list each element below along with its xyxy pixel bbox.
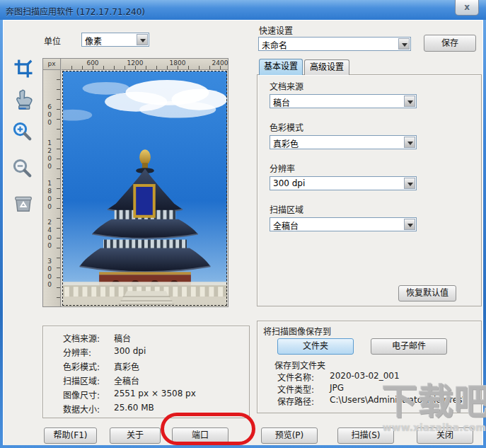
about-button[interactable]: 关于	[110, 427, 161, 444]
document-source-value: 稿台	[273, 96, 402, 108]
v-tick-1200: 1200	[46, 139, 53, 171]
color-mode-value: 真彩色	[273, 137, 402, 149]
save-to-email-button[interactable]: 电子邮件	[371, 338, 447, 355]
save-row: 保存路径:C:\Users\Administrator\Pictures\	[277, 395, 314, 407]
app-window: 奔图扫描应用软件 (172.17.71.240) x 单位 像素	[0, 0, 486, 448]
ruler-unit: px	[43, 59, 61, 70]
save-to-title: 将扫描图像保存到	[263, 325, 331, 337]
chevron-down-icon[interactable]	[404, 96, 415, 107]
preview-panel: px 600 1200 1800 2400 600 1200 1800 2400…	[42, 58, 228, 307]
save-to-folder-button[interactable]: 文件夹	[277, 338, 354, 355]
crop-icon[interactable]	[13, 58, 34, 79]
field-label-resolution: 分辨率	[270, 162, 295, 174]
document-source-dropdown[interactable]: 稿台	[270, 94, 417, 108]
h-tick-1200: 1200	[127, 59, 144, 67]
h-tick-600: 600	[86, 59, 98, 67]
chevron-down-icon[interactable]	[398, 38, 410, 50]
info-row: 数据大小:25.60 MB	[63, 403, 100, 415]
scan-preview-image[interactable]	[62, 70, 228, 306]
v-tick-1800: 1800	[46, 180, 53, 211]
zoom-out-icon[interactable]	[11, 157, 33, 178]
window-title: 奔图扫描应用软件 (172.17.71.240)	[6, 5, 145, 17]
scan-area-value: 全稿台	[273, 219, 402, 231]
unit-label: 单位	[44, 35, 61, 47]
save-to-box: 将扫描图像保存到 文件夹 电子邮件 保存到文件夹 文件名称:2020-03-02…	[257, 321, 482, 413]
v-tick-600: 600	[46, 103, 53, 127]
chevron-down-icon[interactable]	[404, 178, 415, 189]
close-dialog-button[interactable]: 关闭	[417, 427, 473, 444]
save-preset-button[interactable]: 保存	[424, 35, 476, 52]
color-mode-dropdown[interactable]: 真彩色	[270, 135, 417, 149]
preview-button[interactable]: 预览(P)	[261, 427, 318, 444]
horizontal-ruler: 600 1200 1800 2400	[62, 59, 228, 70]
resolution-value: 300 dpi	[273, 178, 402, 188]
tab-basic-settings[interactable]: 基本设置	[259, 59, 303, 75]
v-tick-3000: 3000	[46, 258, 53, 289]
unit-dropdown[interactable]: 像素	[81, 33, 149, 47]
info-row: 色彩模式:真彩色	[63, 360, 100, 372]
restore-defaults-button[interactable]: 恢复默认值	[398, 285, 456, 301]
temple-photo	[63, 71, 227, 306]
info-row: 图像尺寸:2551 px × 3508 px	[63, 389, 100, 401]
h-tick-2400: 2400	[212, 59, 228, 67]
zoom-in-icon[interactable]	[11, 120, 33, 142]
chevron-down-icon[interactable]	[137, 34, 148, 45]
field-label-color-mode: 色彩模式	[270, 121, 303, 133]
vertical-ruler: 600 1200 1800 2400 3000	[43, 70, 61, 306]
chevron-down-icon[interactable]	[404, 219, 415, 230]
scan-area-dropdown[interactable]: 全稿台	[270, 217, 417, 231]
hand-pan-icon[interactable]	[13, 89, 34, 110]
port-button[interactable]: 端口	[172, 427, 228, 444]
chevron-down-icon[interactable]	[404, 137, 415, 148]
scan-button[interactable]: 扫描(S)	[337, 427, 394, 444]
preset-dropdown-value: 未命名	[262, 39, 396, 51]
info-row: 分辨率:300 dpi	[63, 346, 91, 358]
close-button[interactable]: x	[455, 0, 479, 16]
info-row: 扫描区域:全稿台	[63, 374, 100, 386]
tab-advanced-settings[interactable]: 高级设置	[304, 59, 349, 75]
settings-tab-panel	[257, 74, 482, 306]
scan-info-box: 文档来源:稿台 分辨率:300 dpi 色彩模式:真彩色 扫描区域:全稿台 图像…	[42, 326, 250, 418]
field-label-scan-area: 扫描区域	[270, 203, 303, 215]
trash-icon[interactable]	[13, 193, 34, 214]
resolution-dropdown[interactable]: 300 dpi	[270, 176, 417, 190]
save-row: 文件类型:JPG	[277, 383, 314, 395]
v-ruler-ticks	[57, 70, 60, 306]
quick-settings-label: 快速设置	[259, 24, 293, 36]
help-button[interactable]: 帮助(F1)	[44, 427, 97, 444]
info-row: 文档来源:稿台	[63, 332, 100, 344]
preset-dropdown[interactable]: 未命名	[258, 37, 411, 51]
v-tick-2400: 2400	[46, 219, 53, 250]
close-icon: x	[464, 2, 470, 12]
field-label-source: 文档来源	[270, 80, 303, 92]
save-to-subtitle: 保存到文件夹	[274, 359, 325, 371]
unit-dropdown-value: 像素	[85, 35, 134, 47]
h-tick-1800: 1800	[170, 59, 186, 67]
save-row: 文件名称:2020-03-02_001	[277, 371, 314, 383]
titlebar[interactable]: 奔图扫描应用软件 (172.17.71.240) x	[0, 0, 486, 20]
